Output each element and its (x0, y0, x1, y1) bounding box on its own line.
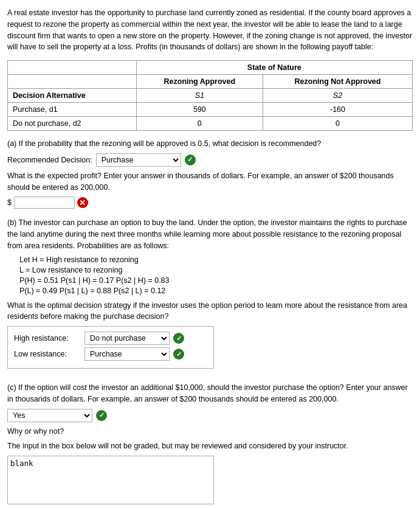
low-resistance-label: Low resistance: (14, 350, 81, 358)
part-b-question: (b) The investor can purchase an option … (7, 217, 413, 251)
decision-question: What is the optimal decision strategy if… (7, 300, 413, 323)
low-resistance-select[interactable]: Purchase Do not purchase (84, 347, 170, 361)
rec-decision-label: Recommended Decision: (7, 156, 92, 164)
col2-header: Rezoning Not Approved (263, 75, 413, 89)
profit-input-row: $ ✕ (7, 197, 413, 209)
part-c-question: (c) If the option will cost the investor… (7, 382, 413, 405)
yes-no-select[interactable]: Yes No (7, 409, 92, 422)
row2-label: Do not purchase, d2 (8, 117, 137, 131)
row1-s2: -160 (263, 103, 413, 117)
row1-label: Purchase, d1 (8, 103, 137, 117)
resistance-box: High resistance: Do not purchase Purchas… (7, 326, 214, 369)
part-a-question: (a) If the probability that the rezoning… (7, 138, 413, 150)
part-b-section: (b) The investor can purchase an option … (7, 217, 413, 374)
row2-s2: 0 (263, 117, 413, 131)
part-c-section: (c) If the option will cost the investor… (7, 382, 413, 508)
yes-no-check-icon: ✓ (96, 410, 107, 421)
empty-header (8, 61, 137, 75)
intro-text: A real estate investor has the opportuni… (7, 7, 413, 53)
let-h: Let H = High resistance to rezoning (7, 256, 413, 264)
dollar-sign: $ (7, 198, 12, 207)
why-label: Why or why not? (7, 426, 413, 437)
yes-no-row: Yes No ✓ (7, 409, 413, 422)
recommended-decision-row: Recommended Decision: Purchase Do not pu… (7, 153, 413, 167)
prob-line2: P(L) = 0.49 P(s1 | L) = 0.88 P(s2 | L) =… (7, 287, 413, 295)
why-textarea[interactable]: blank (7, 456, 214, 504)
low-resistance-check-icon: ✓ (173, 349, 184, 360)
row1-s1: 590 (136, 103, 263, 117)
empty-subheader (8, 75, 137, 89)
profit-question: What is the expected profit? Enter your … (7, 170, 413, 193)
s2-label: S2 (263, 89, 413, 103)
part-a-section: (a) If the probability that the rezoning… (7, 138, 413, 209)
profit-input[interactable] (14, 197, 75, 209)
high-resistance-row: High resistance: Do not purchase Purchas… (14, 332, 207, 345)
profit-x-icon: ✕ (77, 197, 88, 208)
high-resistance-select[interactable]: Do not purchase Purchase (84, 332, 170, 345)
col1-header: Rezoning Approved (136, 75, 263, 89)
s1-label: S1 (136, 89, 263, 103)
high-resistance-check-icon: ✓ (173, 333, 184, 344)
let-l: L = Low resistance to rezoning (7, 266, 413, 274)
high-resistance-label: High resistance: (14, 334, 81, 343)
low-resistance-row: Low resistance: Purchase Do not purchase… (14, 347, 207, 361)
state-of-nature-header: State of Nature (136, 61, 412, 75)
row2-s1: 0 (136, 117, 263, 131)
rec-decision-check-icon: ✓ (185, 155, 196, 165)
decision-alt-label: Decision Alternative (8, 89, 137, 103)
rec-decision-select[interactable]: Purchase Do not purchase (96, 153, 181, 167)
payoff-table: State of Nature Rezoning Approved Rezoni… (7, 60, 413, 131)
not-graded-note: The input in the box below will not be g… (7, 440, 413, 452)
prob-line1: P(H) = 0.51 P(s1 | H) = 0.17 P(s2 | H) =… (7, 276, 413, 285)
